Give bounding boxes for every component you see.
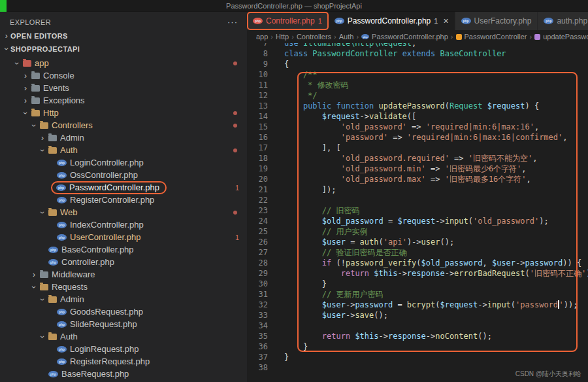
code-token: '旧密码最少6个字符'	[445, 164, 522, 173]
project-section[interactable]: › SHOPPROJECTAPI	[0, 43, 247, 56]
tree-item-app[interactable]: ›app	[0, 57, 247, 69]
tree-item-web[interactable]: ›Web	[0, 206, 247, 218]
tree-item-label: BaseRequest.php	[61, 369, 129, 379]
tree-item-controller[interactable]: Controller.php	[0, 256, 247, 268]
tree-item-content: Auth	[48, 332, 78, 341]
tree-item-auth[interactable]: ›Auth	[0, 330, 247, 343]
code-line-13[interactable]: public function updatePassword(Request $…	[284, 101, 588, 111]
tree-item-admin[interactable]: ›Admin	[0, 293, 247, 305]
code-line-27[interactable]: // 验证旧密码是否正确	[284, 247, 588, 258]
tree-item-auth[interactable]: ›Auth	[0, 144, 247, 156]
code-line-30[interactable]: }	[284, 279, 588, 289]
tree-item-exceptions[interactable]: ›Exceptions	[0, 94, 247, 107]
code-editor[interactable]: 7891011121314151617181920212223242526272…	[247, 38, 588, 382]
code-token: (	[511, 300, 515, 309]
code-line-18[interactable]: 'old_password.required' => '旧密码不能为空',	[284, 153, 588, 164]
tree-item-events[interactable]: ›Events	[0, 82, 247, 94]
code-line-26[interactable]: $user = auth('api')->user();	[284, 237, 588, 247]
code-line-37[interactable]: }	[284, 352, 588, 362]
code-line-10[interactable]: /**	[284, 69, 588, 80]
breadcrumb-item-auth[interactable]: Auth	[339, 33, 354, 41]
line-number: 23	[247, 205, 268, 216]
line-number: 20	[247, 174, 268, 184]
code-token: noContent	[435, 332, 478, 341]
tree-item-middleware[interactable]: ›Middleware	[0, 268, 247, 281]
code-line-21[interactable]: ]);	[284, 184, 588, 195]
line-number: 33	[247, 310, 268, 321]
code-line-23[interactable]: // 旧密码	[284, 205, 588, 216]
code-line-24[interactable]: $old_password = $request->input('old_pas…	[284, 216, 588, 226]
code-line-32[interactable]: $user->password = bcrypt($request->input…	[284, 300, 588, 310]
code-line-12[interactable]: */	[284, 90, 588, 101]
tree-item-indexcontroller[interactable]: IndexController.php	[0, 218, 247, 231]
tree-item-registercontroller[interactable]: RegisterController.php	[0, 194, 247, 206]
tree-item-sliderequest[interactable]: SlideRequest.php	[0, 318, 247, 330]
code-line-33[interactable]: $user->save();	[284, 310, 588, 321]
tab-controller[interactable]: Controller.php1	[247, 12, 329, 30]
code-line-8[interactable]: class PasswordController extends BaseCon…	[284, 48, 588, 59]
code-line-9[interactable]: {	[284, 59, 588, 69]
breadcrumb-item-passwordcontroller.php[interactable]: PasswordController.php	[361, 33, 448, 41]
code-line-35[interactable]: return $this->response->noContent();	[284, 331, 588, 341]
window-title: PasswordController.php — shopProjectApi	[226, 2, 362, 10]
tree-item-baserequest[interactable]: BaseRequest.php	[0, 368, 247, 380]
code-token: ], [	[284, 143, 341, 152]
tab-passwordcontroller[interactable]: PasswordController.php1×	[329, 12, 455, 30]
modified-dot	[233, 211, 237, 215]
chevron-down-icon: ›	[38, 296, 47, 304]
breadcrumb-item-controllers[interactable]: Controllers	[297, 33, 331, 41]
breadcrumb-item-updatepassword[interactable]: updatePassword	[534, 33, 588, 41]
breadcrumb-item-http[interactable]: Http	[276, 33, 289, 41]
tree-item-registerrequest[interactable]: RegisterRequest.php	[0, 355, 247, 368]
tree-item-logincontroller[interactable]: LoginController.php	[0, 156, 247, 169]
line-number: 11	[247, 80, 268, 90]
code-line-17[interactable]: ], [	[284, 143, 588, 153]
tree-item-goodsrequest[interactable]: GoodsRequest.php	[0, 305, 247, 318]
code-token: ,	[532, 154, 537, 163]
line-number: 21	[247, 184, 268, 195]
code-line-19[interactable]: 'old_password.min' => '旧密码最少6个字符',	[284, 164, 588, 174]
watermark: CSDN @陆小天奥利给	[515, 370, 581, 379]
code-line-29[interactable]: return $this->response->errorBadRequest(…	[284, 268, 588, 279]
open-editors-section[interactable]: › OPEN EDITORS	[0, 29, 247, 43]
tree-item-usercontroller[interactable]: UserController.php1	[0, 231, 247, 243]
code-line-15[interactable]: 'old_password' => 'required|min:6|max:16…	[284, 122, 588, 132]
breadcrumb-item-app[interactable]: app	[256, 33, 268, 41]
tree-item-label: LoginRequest.php	[70, 344, 139, 354]
code-token	[284, 101, 303, 111]
code-line-36[interactable]: }	[284, 341, 588, 352]
tree-item-http[interactable]: ›Http	[0, 107, 247, 119]
code-token: 'required|min:6|max:16'	[426, 122, 534, 131]
more-actions-icon[interactable]: ···	[227, 17, 238, 27]
explorer-header: EXPLORER ···	[0, 12, 247, 29]
code-line-34[interactable]	[284, 321, 588, 331]
code-line-16[interactable]: 'password' => 'required|min:6|max:16|con…	[284, 132, 588, 143]
tree-item-label: Console	[43, 71, 74, 80]
tree-item-console[interactable]: ›Console	[0, 69, 247, 82]
tree-item-admin[interactable]: ›Admin	[0, 131, 247, 144]
code-line-25[interactable]: // 用户实例	[284, 226, 588, 237]
tab-userfactory[interactable]: UserFactory.php	[455, 12, 538, 30]
code-line-31[interactable]: // 更新用户密码	[284, 289, 588, 300]
close-icon[interactable]: ×	[443, 16, 448, 26]
line-number: 17	[247, 143, 268, 153]
tree-item-controllers[interactable]: ›Controllers	[0, 119, 247, 131]
tree-item-requests[interactable]: ›Requests	[0, 281, 247, 293]
line-number: 15	[247, 122, 268, 132]
tab-auth[interactable]: auth.php	[538, 12, 588, 30]
code-line-11[interactable]: * 修改密码	[284, 80, 588, 90]
tree-item-passwordcontroller[interactable]: PasswordController.php1	[0, 181, 247, 194]
code-line-14[interactable]: $request->validate([	[284, 111, 588, 122]
code-line-28[interactable]: if (!password_verify($old_password, $use…	[284, 258, 588, 268]
tree-item-label: Admin	[60, 294, 84, 304]
code-token: }	[284, 342, 308, 351]
code-line-20[interactable]: 'old_password.max' => '旧密码最多16个字符',	[284, 174, 588, 184]
code-token	[284, 258, 322, 268]
folder-icon	[40, 284, 48, 290]
tree-item-basecontroller[interactable]: BaseController.php	[0, 243, 247, 256]
tree-item-osscontroller[interactable]: OssController.php	[0, 169, 247, 181]
breadcrumb-item-passwordcontroller[interactable]: PasswordController	[456, 33, 527, 41]
tree-item-loginrequest[interactable]: LoginRequest.php	[0, 343, 247, 355]
code-token: errorBadRequest	[454, 269, 525, 278]
code-line-22[interactable]	[284, 195, 588, 205]
